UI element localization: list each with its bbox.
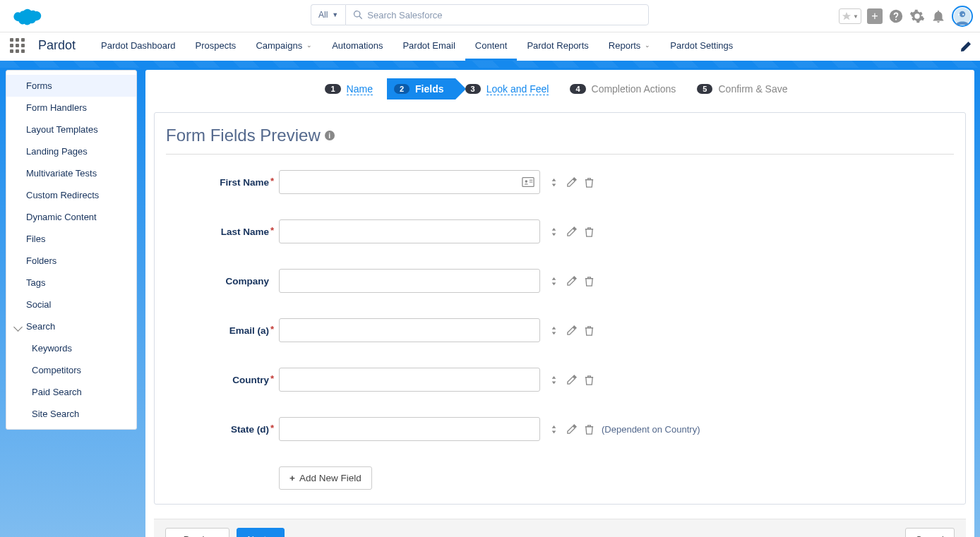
content-sidebar: FormsForm HandlersLayout TemplatesLandin… [6,70,137,430]
field-label: Email (a)* [166,325,279,336]
form-field-row: State (d)*(Dependent on Country) [166,417,954,441]
main-content: FormsForm HandlersLayout TemplatesLandin… [0,68,980,537]
field-input[interactable] [279,417,540,441]
sidebar-item-tags[interactable]: Tags [6,272,136,294]
star-icon [842,11,851,21]
sort-icon[interactable] [549,276,559,286]
trash-icon[interactable] [584,375,594,385]
sort-icon[interactable] [549,424,559,435]
nav-item-label: Content [475,40,508,51]
wizard-step-number: 4 [570,84,585,94]
app-launcher-icon[interactable] [10,37,28,55]
edit-icon[interactable] [566,276,577,286]
sort-icon[interactable] [549,325,559,336]
global-search: All ▼ [311,4,649,25]
cancel-button[interactable]: Cancel [905,528,955,537]
wizard-step-look-and-feel[interactable]: 3Look and Feel [458,78,561,99]
form-fields-card: Form Fields Preview i First Name*Last Na… [154,112,966,505]
edit-icon[interactable] [566,424,577,435]
edit-icon[interactable] [566,177,577,188]
global-actions-button[interactable]: + [867,8,883,24]
nav-item-automations[interactable]: Automations [322,32,393,61]
field-actions [549,424,594,435]
wizard-step-name[interactable]: 1Name [318,78,383,99]
trash-icon[interactable] [584,276,594,286]
sidebar-subitem-keywords[interactable]: Keywords [6,337,136,359]
sort-icon[interactable] [549,227,559,237]
global-header: All ▼ ▼ + [0,0,980,32]
sidebar-item-dynamic-content[interactable]: Dynamic Content [6,206,136,228]
trash-icon[interactable] [584,424,594,435]
field-input[interactable] [279,219,540,243]
search-scope-dropdown[interactable]: All ▼ [311,4,345,25]
wizard-step-label: Confirm & Save [718,83,787,95]
favorites-button[interactable]: ▼ [839,8,861,24]
wizard-step-number: 1 [325,84,340,94]
info-icon[interactable]: i [325,131,335,140]
sidebar-subitem-site-search[interactable]: Site Search [6,403,136,425]
nav-item-content[interactable]: Content [465,32,518,61]
sidebar-item-custom-redirects[interactable]: Custom Redirects [6,184,136,206]
sidebar-item-multivariate-tests[interactable]: Multivariate Tests [6,162,136,184]
card-title-text: Form Fields Preview [166,126,321,145]
edit-icon[interactable] [566,325,577,336]
field-label: State (d)* [166,424,279,435]
sidebar-item-layout-templates[interactable]: Layout Templates [6,119,136,140]
sidebar-item-files[interactable]: Files [6,228,136,250]
nav-item-pardot-settings[interactable]: Pardot Settings [660,32,743,61]
svg-point-3 [962,13,964,15]
search-input[interactable] [345,4,649,25]
form-field-row: Email (a)* [166,318,954,342]
wizard-step-label: Look and Feel [486,83,549,95]
sidebar-item-forms[interactable]: Forms [6,75,136,97]
nav-item-label: Reports [609,40,641,51]
edit-icon[interactable] [566,227,577,237]
sidebar-item-landing-pages[interactable]: Landing Pages [6,140,136,162]
field-note: (Dependent on Country) [602,424,700,435]
nav-item-reports[interactable]: Reports⌄ [599,32,661,61]
app-name: Pardot [38,38,76,53]
help-icon[interactable] [888,8,904,24]
wizard-step-number: 3 [465,84,481,94]
form-field-row: Company [166,269,954,293]
wizard-footer: « Previous Next » Cancel [154,519,966,537]
sort-icon[interactable] [549,177,559,188]
sort-icon[interactable] [549,375,559,385]
field-input[interactable] [279,170,540,194]
search-icon [353,10,363,20]
sidebar-item-form-handlers[interactable]: Form Handlers [6,97,136,119]
nav-item-pardot-reports[interactable]: Pardot Reports [517,32,598,61]
nav-item-pardot-email[interactable]: Pardot Email [393,32,465,61]
trash-icon[interactable] [584,177,594,188]
field-input[interactable] [279,318,540,342]
nav-item-campaigns[interactable]: Campaigns⌄ [246,32,322,61]
plus-icon: + [289,473,295,483]
nav-item-label: Pardot Email [402,40,455,51]
trash-icon[interactable] [584,227,594,237]
field-input[interactable] [279,368,540,392]
nav-item-pardot-dashboard[interactable]: Pardot Dashboard [91,32,186,61]
sidebar-subitem-paid-search[interactable]: Paid Search [6,381,136,403]
trash-icon[interactable] [584,325,594,336]
field-input[interactable] [279,269,540,293]
sidebar-subitem-competitors[interactable]: Competitors [6,359,136,381]
contact-card-icon [522,176,534,188]
divider [166,154,954,155]
sidebar-item-folders[interactable]: Folders [6,250,136,272]
notifications-bell-icon[interactable] [931,8,946,24]
nav-item-prospects[interactable]: Prospects [186,32,246,61]
user-avatar[interactable] [952,6,973,27]
previous-button[interactable]: « Previous [165,528,229,537]
required-star: * [270,423,274,433]
setup-gear-icon[interactable] [909,8,925,24]
edit-icon[interactable] [566,375,577,385]
sidebar-group-search[interactable]: Search [6,315,136,337]
sidebar-item-social[interactable]: Social [6,294,136,315]
edit-nav-pencil-icon[interactable] [960,41,972,52]
avatar-icon [954,8,971,25]
wizard-steps: 1Name2Fields3Look and Feel4Completion Ac… [145,78,974,99]
nav-item-label: Prospects [196,40,237,51]
add-new-field-button[interactable]: + Add New Field [279,466,372,490]
next-button[interactable]: Next » [237,528,285,537]
nav-item-label: Campaigns [256,40,302,51]
